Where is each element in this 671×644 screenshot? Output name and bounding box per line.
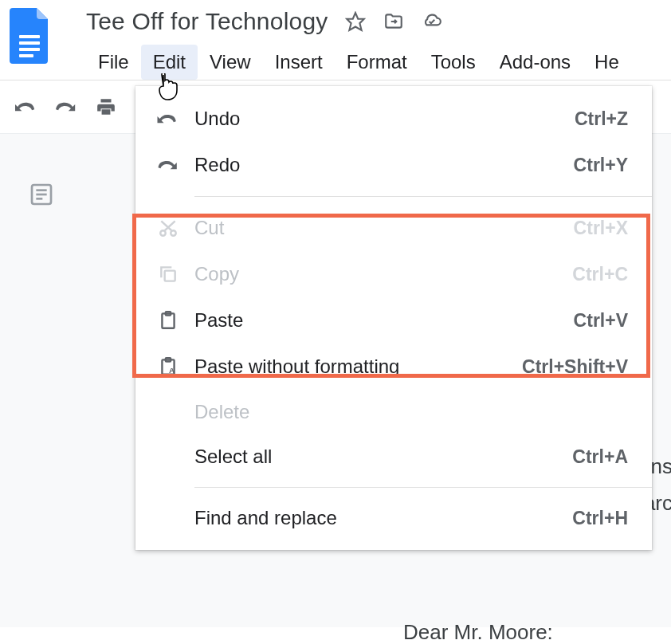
svg-point-9 (160, 230, 166, 236)
redo-button[interactable] (54, 95, 78, 119)
menu-item-label: Paste without formatting (194, 355, 522, 378)
menu-item-shortcut: Ctrl+C (572, 264, 628, 285)
menu-item-redo[interactable]: Redo Ctrl+Y (135, 142, 652, 188)
svg-point-10 (171, 230, 176, 236)
menu-addons[interactable]: Add-ons (488, 45, 583, 80)
redo-icon (156, 153, 180, 177)
star-icon[interactable] (345, 11, 366, 32)
menu-bar: File Edit View Insert Format Tools Add-o… (86, 45, 631, 80)
menu-tools[interactable]: Tools (419, 45, 488, 80)
menu-item-shortcut: Ctrl+H (572, 508, 628, 529)
document-outline-icon[interactable] (29, 182, 54, 207)
menu-item-label: Redo (194, 154, 574, 176)
menu-file[interactable]: File (86, 45, 141, 80)
svg-rect-1 (19, 41, 40, 45)
svg-rect-3 (19, 54, 33, 57)
doc-text-fragment: ns (651, 454, 671, 479)
svg-marker-4 (347, 13, 365, 30)
copy-icon (156, 262, 180, 286)
menu-item-shortcut: Ctrl+Shift+V (522, 356, 628, 378)
paste-icon (156, 308, 180, 332)
menu-item-shortcut: Ctrl+V (574, 310, 628, 332)
menu-item-delete[interactable]: Delete (135, 390, 652, 434)
menu-item-label: Paste (194, 309, 574, 332)
print-button[interactable] (94, 95, 118, 119)
menu-item-shortcut: Ctrl+Z (575, 108, 628, 130)
menu-item-select-all[interactable]: Select all Ctrl+A (135, 434, 652, 479)
menu-item-label: Delete (194, 401, 628, 423)
title-row: Tee Off for Technology (86, 8, 631, 35)
title-area: Tee Off for Technology File Edit View In… (86, 8, 631, 80)
svg-rect-2 (19, 48, 40, 51)
menu-item-label: Undo (194, 108, 575, 130)
menu-item-paste-without-formatting[interactable]: A Paste without formatting Ctrl+Shift+V (135, 344, 652, 390)
svg-text:A: A (169, 366, 175, 375)
cloud-status-icon[interactable] (422, 11, 442, 32)
doc-text-fragment: Dear Mr. Moore: (403, 620, 553, 644)
undo-button[interactable] (14, 95, 38, 119)
menu-item-shortcut: Ctrl+Y (574, 155, 628, 176)
menu-insert[interactable]: Insert (263, 45, 335, 80)
menu-format[interactable]: Format (335, 45, 419, 80)
paste-nf-icon: A (156, 355, 180, 379)
svg-rect-0 (19, 35, 40, 38)
edit-dropdown: Undo Ctrl+Z Redo Ctrl+Y Cut Ctrl+X Copy … (135, 86, 652, 550)
menu-item-shortcut: Ctrl+A (572, 446, 628, 468)
menu-view[interactable]: View (198, 45, 263, 80)
menu-item-undo[interactable]: Undo Ctrl+Z (135, 96, 652, 142)
menu-help[interactable]: He (583, 45, 631, 80)
move-to-folder-icon[interactable] (383, 11, 404, 32)
menu-item-label: Select all (194, 446, 572, 468)
menu-separator (194, 487, 652, 488)
undo-icon (156, 107, 180, 131)
docs-logo-icon[interactable] (10, 8, 51, 64)
app-header: Tee Off for Technology File Edit View In… (0, 0, 671, 80)
menu-item-label: Cut (194, 217, 574, 239)
menu-item-cut[interactable]: Cut Ctrl+X (135, 205, 652, 251)
menu-separator (194, 196, 652, 197)
menu-item-copy[interactable]: Copy Ctrl+C (135, 251, 652, 297)
cut-icon (156, 216, 180, 240)
menu-item-label: Find and replace (194, 507, 572, 529)
document-title[interactable]: Tee Off for Technology (86, 8, 328, 35)
menu-item-find-replace[interactable]: Find and replace Ctrl+H (135, 496, 652, 540)
menu-item-shortcut: Ctrl+X (574, 218, 628, 239)
menu-edit[interactable]: Edit (141, 45, 198, 80)
svg-rect-13 (165, 271, 175, 281)
menu-item-label: Copy (194, 263, 572, 285)
menu-item-paste[interactable]: Paste Ctrl+V (135, 297, 652, 344)
